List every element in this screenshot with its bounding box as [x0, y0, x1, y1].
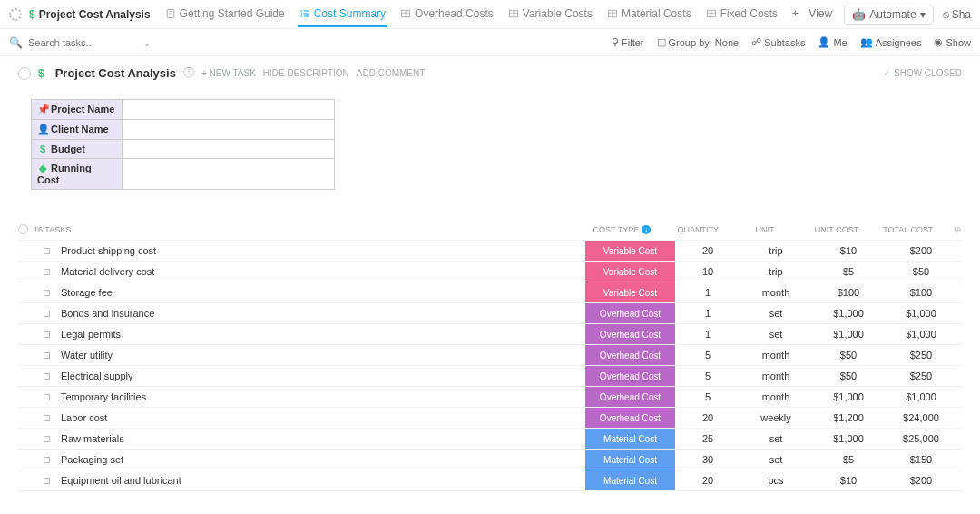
- cost-type-tag[interactable]: Material Cost: [585, 429, 676, 449]
- status-square-icon[interactable]: [44, 352, 50, 359]
- status-circle-icon[interactable]: [18, 224, 28, 234]
- status-square-icon[interactable]: [44, 478, 50, 484]
- automate-button[interactable]: 🤖 Automate ▾: [844, 5, 933, 25]
- column-cost-type[interactable]: COST TYPE ↓: [577, 225, 667, 234]
- unit-cost-cell[interactable]: $1,000: [812, 429, 885, 449]
- total-cost-cell[interactable]: $50: [885, 262, 957, 282]
- assignees-button[interactable]: 👥Assignees: [860, 36, 922, 48]
- cost-type-tag[interactable]: Overhead Cost: [585, 387, 676, 407]
- unit-cell[interactable]: set: [740, 303, 812, 323]
- column-total-cost[interactable]: TOTAL COST: [872, 225, 944, 234]
- status-circle-icon[interactable]: [18, 67, 31, 80]
- cost-type-tag[interactable]: Material Cost: [585, 450, 676, 470]
- quantity-cell[interactable]: 5: [676, 387, 740, 407]
- unit-cell[interactable]: set: [740, 324, 812, 344]
- task-row[interactable]: Water utilityOverhead Cost5month$50$250: [18, 344, 962, 365]
- field-value[interactable]: [122, 120, 335, 140]
- quantity-cell[interactable]: 20: [676, 470, 740, 490]
- unit-cost-cell[interactable]: $10: [812, 241, 885, 261]
- column-unit[interactable]: UNIT: [730, 225, 801, 234]
- task-row[interactable]: Temporary facilitiesOverhead Cost5month$…: [18, 386, 962, 407]
- total-cost-cell[interactable]: $1,000: [885, 303, 957, 323]
- status-square-icon[interactable]: [44, 457, 50, 463]
- hide-description-button[interactable]: HIDE DESCRIPTION: [263, 68, 349, 78]
- unit-cost-cell[interactable]: $5: [812, 262, 885, 282]
- task-row[interactable]: Material delivery costVariable Cost10tri…: [18, 261, 962, 282]
- status-square-icon[interactable]: [44, 436, 50, 442]
- total-cost-cell[interactable]: $200: [885, 470, 957, 490]
- unit-cell[interactable]: month: [740, 345, 812, 365]
- total-cost-cell[interactable]: $250: [885, 345, 957, 365]
- total-cost-cell[interactable]: $24,000: [885, 408, 957, 428]
- status-square-icon[interactable]: [44, 415, 50, 421]
- task-row[interactable]: Packaging setMaterial Cost30set$5$150: [18, 449, 962, 470]
- total-cost-cell[interactable]: $1,000: [885, 324, 957, 344]
- column-unit-cost[interactable]: UNIT COST: [801, 225, 873, 234]
- unit-cost-cell[interactable]: $1,000: [812, 303, 885, 323]
- tab-overhead-costs[interactable]: Overhead Costs: [398, 1, 495, 27]
- cost-type-tag[interactable]: Variable Cost: [585, 241, 676, 261]
- tab-cost-summary[interactable]: Cost Summary: [298, 1, 387, 27]
- field-value[interactable]: [122, 100, 335, 120]
- unit-cost-cell[interactable]: $10: [812, 470, 885, 490]
- show-button[interactable]: ◉Show: [934, 36, 971, 48]
- filter-button[interactable]: ⚲Filter: [612, 36, 643, 48]
- total-cost-cell[interactable]: $200: [885, 241, 957, 261]
- cost-type-tag[interactable]: Overhead Cost: [585, 303, 676, 323]
- chevron-down-icon[interactable]: ⌄: [142, 36, 152, 49]
- cost-type-tag[interactable]: Overhead Cost: [585, 345, 676, 365]
- task-row[interactable]: Electrical supplyOverhead Cost5month$50$…: [18, 365, 962, 386]
- unit-cost-cell[interactable]: $1,200: [812, 408, 885, 428]
- unit-cost-cell[interactable]: $5: [812, 450, 885, 470]
- unit-cost-cell[interactable]: $1,000: [812, 324, 885, 344]
- unit-cell[interactable]: month: [740, 366, 812, 386]
- task-row[interactable]: Legal permitsOverhead Cost1set$1,000$1,0…: [18, 323, 962, 344]
- task-row[interactable]: Product shipping costVariable Cost20trip…: [18, 240, 962, 261]
- cost-type-tag[interactable]: Material Cost: [585, 470, 676, 490]
- status-square-icon[interactable]: [44, 311, 50, 317]
- quantity-cell[interactable]: 25: [676, 429, 740, 449]
- unit-cost-cell[interactable]: $1,000: [812, 387, 885, 407]
- quantity-cell[interactable]: 1: [676, 282, 740, 302]
- tab-fixed-costs[interactable]: Fixed Costs: [704, 1, 779, 27]
- unit-cost-cell[interactable]: $100: [812, 282, 885, 302]
- quantity-cell[interactable]: 20: [676, 241, 740, 261]
- add-column-button[interactable]: ⊕: [944, 225, 962, 234]
- cost-type-tag[interactable]: Variable Cost: [585, 282, 676, 302]
- unit-cell[interactable]: month: [740, 387, 812, 407]
- task-row[interactable]: Labor costOverhead Cost20weekly$1,200$24…: [18, 407, 962, 428]
- unit-cell[interactable]: month: [740, 282, 812, 302]
- unit-cost-cell[interactable]: $50: [812, 366, 885, 386]
- total-cost-cell[interactable]: $100: [885, 282, 957, 302]
- status-square-icon[interactable]: [44, 373, 50, 380]
- groupby-button[interactable]: ◫Group by: None: [657, 36, 740, 48]
- quantity-cell[interactable]: 5: [676, 345, 740, 365]
- tab-getting-started-guide[interactable]: Getting Started Guide: [163, 1, 287, 27]
- me-button[interactable]: 👤Me: [818, 36, 847, 48]
- unit-cell[interactable]: set: [740, 429, 812, 449]
- search-input[interactable]: [28, 37, 119, 48]
- task-row[interactable]: Bonds and insuranceOverhead Cost1set$1,0…: [18, 302, 962, 323]
- unit-cell[interactable]: pcs: [740, 470, 812, 490]
- unit-cell[interactable]: set: [740, 450, 812, 470]
- cost-type-tag[interactable]: Variable Cost: [585, 262, 676, 282]
- unit-cell[interactable]: trip: [740, 241, 812, 261]
- status-square-icon[interactable]: [44, 248, 50, 254]
- status-square-icon[interactable]: [44, 290, 50, 296]
- quantity-cell[interactable]: 5: [676, 366, 740, 386]
- add-comment-button[interactable]: ADD COMMENT: [357, 68, 426, 78]
- total-cost-cell[interactable]: $25,000: [885, 429, 957, 449]
- total-cost-cell[interactable]: $150: [885, 450, 957, 470]
- status-square-icon[interactable]: [44, 269, 50, 275]
- task-row[interactable]: Raw materialsMaterial Cost25set$1,000$25…: [18, 428, 962, 449]
- quantity-cell[interactable]: 1: [676, 303, 740, 323]
- quantity-cell[interactable]: 10: [676, 262, 740, 282]
- unit-cell[interactable]: trip: [740, 262, 812, 282]
- subtasks-button[interactable]: ☍Subtasks: [751, 36, 805, 48]
- new-task-button[interactable]: + NEW TASK: [201, 68, 256, 78]
- quantity-cell[interactable]: 30: [676, 450, 740, 470]
- unit-cost-cell[interactable]: $50: [812, 345, 885, 365]
- cost-type-tag[interactable]: Overhead Cost: [585, 408, 676, 428]
- tab-material-costs[interactable]: Material Costs: [605, 1, 693, 27]
- quantity-cell[interactable]: 20: [676, 408, 740, 428]
